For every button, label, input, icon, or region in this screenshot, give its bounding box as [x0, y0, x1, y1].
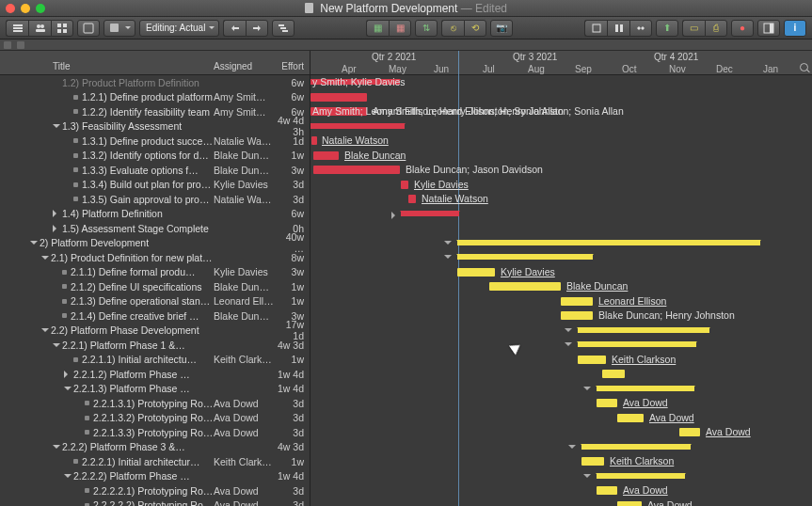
outline-row[interactable]: 2.1.1) Define formal produ…Kylie Davies3… — [0, 265, 310, 280]
gantt-row[interactable] — [310, 382, 812, 397]
task-title[interactable]: 2.2.1.3.3) Prototyping Round 3 — [93, 427, 214, 438]
task-effort[interactable]: 1w — [274, 354, 310, 365]
outline-row[interactable]: 2.2.2.2.2) Prototyping Round 2Ava Dowd3d — [0, 498, 310, 507]
gantt-row[interactable] — [310, 207, 812, 222]
task-assigned[interactable]: Amy Smit… — [214, 91, 274, 103]
disclosure-triangle-icon[interactable] — [53, 210, 60, 217]
disclosure-triangle-icon[interactable] — [64, 387, 72, 394]
outline-row[interactable]: 2.2.1) Platform Phase 1 &…4w 3d — [0, 338, 310, 353]
outline-row[interactable]: 2.2) Platform Phase Development17w 1d — [0, 324, 310, 339]
task-assigned[interactable]: Blake Dunca… — [214, 165, 274, 176]
outline-row[interactable]: 1.2) Product Platform Definition6w — [0, 75, 310, 90]
camera-button[interactable]: 📷 — [490, 20, 513, 37]
task-assigned[interactable]: Blake Dunca… — [214, 310, 274, 322]
task-title[interactable]: 2.2.1.3.2) Prototyping Round 2 — [93, 412, 214, 423]
gantt-row[interactable] — [310, 469, 812, 484]
gantt-row[interactable]: Blake Duncan — [310, 149, 812, 164]
task-assigned[interactable]: Ava Dowd — [214, 485, 274, 497]
task-title[interactable]: 2.1.4) Define creative brief … — [71, 310, 214, 322]
outline-row[interactable]: 2.2.2.2) Platform Phase …1w 4d — [0, 469, 310, 484]
zoom-window-button[interactable] — [36, 4, 45, 13]
outline-row[interactable]: 2.2.2) Platform Phase 3 &…4w 3d — [0, 440, 310, 455]
new-task-button[interactable] — [77, 20, 100, 37]
task-assigned[interactable]: Ava Dowd — [214, 412, 274, 423]
gantt-summary-bar[interactable] — [457, 254, 593, 260]
disclosure-triangle-icon[interactable] — [30, 241, 38, 248]
task-title[interactable]: 2.2.2) Platform Phase 3 &… — [62, 441, 214, 452]
task-title[interactable]: 1.2.1) Define product platform — [82, 91, 214, 103]
task-effort[interactable]: 3d — [274, 485, 310, 497]
gantt-task-bar[interactable] — [457, 268, 495, 277]
gantt-summary-bar[interactable] — [457, 240, 760, 245]
disclosure-triangle-icon[interactable] — [53, 225, 60, 232]
task-assigned[interactable]: Leonard Ellison — [214, 295, 274, 307]
gantt-task-bar[interactable] — [581, 457, 604, 466]
task-assigned[interactable]: Kylie Davies — [214, 179, 274, 190]
gantt-row[interactable]: Leonard Ellison — [310, 294, 812, 309]
task-effort[interactable]: 3w — [274, 165, 310, 176]
task-assigned[interactable]: Ava Dowd — [214, 398, 274, 409]
gantt-row[interactable] — [310, 250, 812, 265]
disclosure-triangle-icon[interactable] — [53, 124, 60, 132]
gantt-row[interactable]: Blake Duncan; Jason Davidson — [310, 163, 812, 178]
gantt-summary-bar[interactable] — [401, 211, 459, 216]
gantt-row[interactable]: Ava Dowd — [310, 396, 812, 411]
view-outline-button[interactable] — [6, 20, 28, 37]
task-assigned[interactable]: Ava Dowd — [214, 499, 274, 506]
gantt-row[interactable]: Kylie Davies — [310, 265, 812, 280]
col-effort[interactable]: Effort — [274, 61, 310, 74]
timeline-header[interactable]: Qtr 2 2021 Qtr 3 2021 Qtr 4 2021 Apr May… — [310, 51, 812, 75]
gantt-row[interactable]: Keith Clarkson — [310, 353, 812, 368]
outline-row[interactable]: 2.1.3) Define operational standar…Leonar… — [0, 294, 310, 309]
col-assigned[interactable]: Assigned — [214, 61, 274, 74]
gantt-row[interactable]: Natalie Watson — [310, 134, 812, 149]
record-button[interactable]: ● — [731, 20, 754, 37]
gantt-task-bar[interactable] — [408, 195, 416, 203]
task-effort[interactable]: 1w — [274, 281, 310, 293]
editing-mode-select[interactable]: Editing: Actual — [139, 20, 219, 37]
task-effort[interactable]: 4w 3d — [274, 441, 310, 452]
task-effort[interactable]: 1w — [274, 456, 310, 467]
gantt-task-bar[interactable] — [561, 311, 593, 320]
inspector-toggle[interactable] — [757, 20, 780, 37]
disclosure-triangle-icon[interactable] — [53, 343, 60, 351]
gantt-row[interactable] — [310, 236, 812, 251]
gantt-task-bar[interactable] — [311, 136, 317, 145]
task-title[interactable]: 1.2) Product Platform Definition — [62, 77, 214, 88]
zoom-icon[interactable] — [800, 63, 809, 72]
gantt-row[interactable] — [310, 90, 812, 105]
outline-row[interactable]: 1.3.4) Build out plan for produ…Kylie Da… — [0, 178, 310, 193]
outline-row[interactable]: 1.3.1) Define product succe…Natalie Wats… — [0, 134, 310, 149]
task-effort[interactable]: 1w 4d — [274, 383, 310, 394]
inspector-tab-1[interactable] — [584, 20, 607, 37]
outline-row[interactable]: 1.3.2) Identify options for developi…Bla… — [0, 149, 310, 164]
gantt-row[interactable]: Natalie Watson — [310, 192, 812, 207]
disclosure-triangle-icon[interactable] — [41, 328, 49, 336]
gantt-row[interactable]: Blake Duncan — [310, 279, 812, 294]
outline-row[interactable]: 1.2.1) Define product platformAmy Smit…6… — [0, 90, 310, 105]
task-title[interactable]: 2.2.2.2) Platform Phase … — [73, 470, 214, 482]
task-effort[interactable]: 3d — [274, 499, 310, 506]
task-title[interactable]: 2.2) Platform Phase Development — [51, 324, 214, 336]
outline-row[interactable]: 2.2.1.1) Initial architectu…Keith Clarks… — [0, 353, 310, 368]
task-title[interactable]: 2.1.1) Define formal produ… — [71, 266, 214, 277]
task-title[interactable]: 2.2.2.2.1) Prototyping Round 1 — [93, 485, 214, 497]
gantt-summary-bar[interactable] — [597, 473, 685, 479]
task-effort[interactable]: 1d — [274, 135, 310, 147]
gantt-row[interactable]: Ava Dowd — [310, 483, 812, 498]
filter-select[interactable] — [103, 20, 135, 37]
gantt-row[interactable] — [310, 338, 812, 353]
gantt-task-bar[interactable] — [679, 428, 700, 436]
task-title[interactable]: 2.2.1.3) Platform Phase … — [73, 383, 214, 394]
task-title[interactable]: 2.2.1.3.1) Prototyping Round 1 — [93, 398, 214, 409]
gantt-row[interactable] — [310, 119, 812, 134]
task-effort[interactable]: 1w — [274, 150, 310, 161]
outline-row[interactable]: 1.2.2) Identify feasibility teamAmy Smit… — [0, 104, 310, 119]
task-assigned[interactable]: Blake Duncan — [214, 281, 274, 293]
gantt-summary-bar[interactable] — [578, 341, 696, 347]
task-effort[interactable]: 3w — [274, 266, 310, 277]
gantt-task-bar[interactable] — [401, 181, 408, 189]
gantt-task-bar[interactable] — [578, 356, 606, 364]
gantt-task-bar[interactable] — [602, 370, 625, 378]
task-assigned[interactable]: Keith Clarkson — [214, 456, 274, 467]
